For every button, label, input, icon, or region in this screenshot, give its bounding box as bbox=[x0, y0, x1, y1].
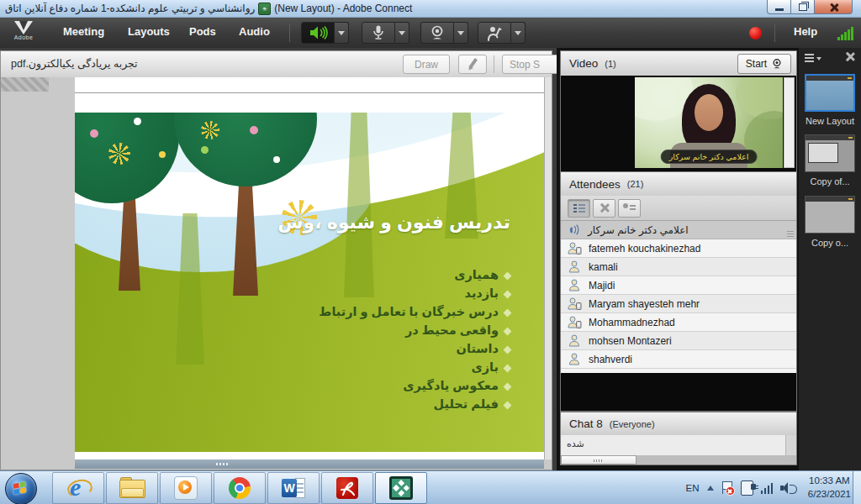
webcam-icon bbox=[429, 24, 446, 41]
windows-taskbar: e W EN bbox=[0, 470, 861, 504]
speaker-icon bbox=[308, 24, 328, 41]
attendee-row[interactable]: Maryam shayesteh mehr bbox=[561, 295, 796, 313]
attendee-row[interactable]: Mohammadnezhad bbox=[561, 313, 796, 332]
word-icon: W bbox=[282, 477, 305, 499]
start-button[interactable] bbox=[5, 473, 37, 504]
share-pod-header: تجربه یریادگی یکیالکترون.pdf Draw Stop S bbox=[1, 51, 552, 78]
attendee-row[interactable]: Majidi bbox=[561, 276, 796, 295]
attendee-row[interactable]: اعلامي دكتر خانم سركار bbox=[561, 221, 796, 239]
chevron-down-icon bbox=[399, 31, 405, 35]
person-icon bbox=[568, 260, 582, 273]
adobe-connect-icon bbox=[389, 476, 413, 500]
toolbar-separator bbox=[494, 55, 494, 73]
pen-tool-button[interactable] bbox=[458, 55, 487, 74]
share-vertical-scrollbar[interactable] bbox=[544, 77, 552, 459]
slide-bullet: همیاری bbox=[319, 265, 510, 284]
start-webcam-button[interactable]: Start bbox=[737, 54, 791, 74]
taskbar-acrobat-reader[interactable] bbox=[321, 472, 373, 504]
microphone-button[interactable] bbox=[362, 22, 395, 44]
adobe-logo-label: Adobe bbox=[8, 34, 39, 40]
layout-thumbnail-copy-1[interactable] bbox=[805, 134, 855, 172]
shared-document-title: تجربه یریادگی یکیالکترون.pdf bbox=[11, 57, 138, 70]
close-button[interactable] bbox=[815, 0, 853, 14]
power-plug-icon[interactable] bbox=[741, 480, 753, 496]
chat-vertical-scrollbar[interactable] bbox=[785, 435, 796, 455]
clock-date: 6/23/2021 bbox=[808, 487, 851, 501]
breakout-icon bbox=[599, 202, 610, 213]
webcam-menu-button[interactable] bbox=[454, 22, 468, 44]
chat-scope: (Everyone) bbox=[610, 419, 655, 429]
microphone-menu-button[interactable] bbox=[395, 22, 409, 44]
menu-layouts[interactable]: Layouts bbox=[128, 25, 170, 38]
language-indicator[interactable]: EN bbox=[686, 483, 700, 493]
video-pod-title: Video bbox=[569, 57, 598, 70]
scrollbar-thumb[interactable] bbox=[561, 455, 637, 465]
attendee-status-view-button[interactable] bbox=[618, 199, 641, 218]
minimize-button[interactable] bbox=[767, 0, 791, 14]
right-panel: Video (1) Start bbox=[557, 48, 799, 470]
taskbar-adobe-connect[interactable] bbox=[375, 472, 427, 504]
webcam-button[interactable] bbox=[420, 22, 454, 44]
network-signal-icon[interactable] bbox=[761, 482, 774, 494]
volume-icon[interactable] bbox=[780, 482, 794, 494]
speaker-button[interactable] bbox=[301, 22, 335, 44]
attendees-pod-title: Attendees bbox=[569, 178, 621, 191]
taskbar-clock[interactable]: 10:33 AM 6/23/2021 bbox=[808, 474, 851, 501]
layout-thumbnail-new-layout[interactable] bbox=[805, 74, 855, 112]
pod-resize-grip-icon[interactable] bbox=[787, 231, 794, 237]
menu-meeting[interactable]: Meeting bbox=[63, 25, 104, 38]
person-icon bbox=[568, 353, 582, 365]
action-center-icon[interactable] bbox=[721, 481, 733, 495]
layouts-menu-button[interactable] bbox=[805, 53, 821, 64]
webcam-video-frame: اعلامي دكتر خانم سركار bbox=[635, 77, 783, 168]
window-titlebar: روانشناسي و تربيتي علوم دانشكده-1 شماره … bbox=[0, 0, 861, 18]
list-view-icon bbox=[573, 203, 585, 213]
attendee-list-view-button[interactable] bbox=[568, 199, 590, 218]
windows-flag-icon bbox=[13, 481, 28, 495]
attendees-pod: Attendees (21) اعلامي دكتر خانم سركار bbox=[560, 171, 797, 412]
attendee-row[interactable]: kamali bbox=[561, 258, 796, 276]
layouts-strip-close-button[interactable] bbox=[845, 51, 855, 61]
show-desktop-button[interactable] bbox=[853, 471, 861, 504]
speaker-menu-button[interactable] bbox=[335, 22, 349, 44]
attendee-row[interactable]: mohsen Montazeri bbox=[561, 332, 796, 350]
raise-hand-button[interactable] bbox=[478, 22, 511, 44]
attendee-row[interactable]: fatemeh kouchakinezhad bbox=[561, 239, 796, 258]
bullet-marker-icon bbox=[504, 401, 512, 409]
menu-pods[interactable]: Pods bbox=[189, 25, 216, 38]
taskbar-media-player[interactable] bbox=[160, 472, 212, 504]
status-menu-button[interactable] bbox=[511, 22, 526, 44]
video-pod: Video (1) Start bbox=[560, 50, 797, 172]
show-hidden-icons-button[interactable] bbox=[707, 486, 714, 491]
video-scrollbar[interactable] bbox=[784, 77, 795, 168]
draw-button[interactable]: Draw bbox=[403, 55, 450, 74]
phone-icon bbox=[568, 223, 581, 236]
close-icon bbox=[829, 3, 838, 12]
flower-dot bbox=[134, 118, 141, 125]
attendee-row-partial[interactable] bbox=[561, 369, 796, 373]
menu-audio[interactable]: Audio bbox=[239, 25, 270, 38]
video-count: (1) bbox=[605, 59, 615, 69]
slide-bullet: فیلم تحلیل bbox=[319, 395, 510, 413]
layout-label: Copy of... bbox=[799, 176, 861, 186]
layout-thumbnail-copy-2[interactable] bbox=[805, 196, 855, 234]
share-horizontal-scrollbar[interactable] bbox=[75, 459, 544, 469]
scrollbar-grip-icon bbox=[594, 459, 602, 462]
stop-sharing-button[interactable]: Stop S bbox=[502, 55, 561, 74]
taskbar-word[interactable]: W bbox=[267, 472, 320, 504]
breakout-view-button[interactable] bbox=[593, 199, 615, 218]
microphone-control bbox=[362, 22, 409, 44]
minimize-icon bbox=[775, 8, 784, 11]
window-title-latin: (New Layout) - Adobe Connect bbox=[274, 3, 412, 14]
attendee-row[interactable]: shahverdi bbox=[561, 350, 796, 369]
restore-button[interactable] bbox=[791, 0, 815, 14]
pen-icon bbox=[467, 59, 478, 70]
taskbar-chrome[interactable] bbox=[214, 472, 266, 504]
help-menu[interactable]: Help bbox=[794, 25, 817, 38]
chat-horizontal-scrollbar[interactable] bbox=[561, 455, 796, 465]
internet-explorer-icon: e bbox=[66, 476, 90, 500]
taskbar-internet-explorer[interactable]: e bbox=[52, 472, 104, 504]
pdf-page: تدریس فنون و شیوه ،وش همیاری بازدید درس … bbox=[75, 77, 544, 459]
taskbar-windows-explorer[interactable] bbox=[106, 472, 158, 504]
menu-bar: Adobe Meeting Layouts Pods Audio bbox=[0, 18, 861, 49]
